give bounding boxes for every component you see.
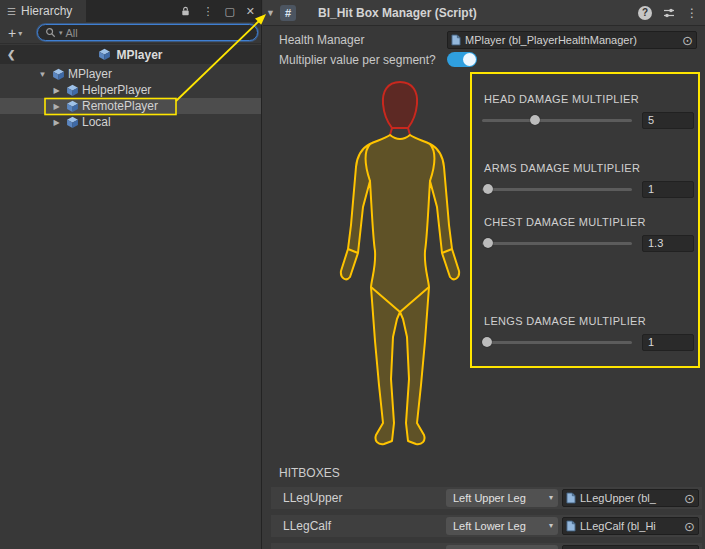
search-placeholder: All — [66, 27, 78, 39]
hierarchy-tabbar: ☰ Hierarchy ⋮ ▢ ✕ — [0, 0, 261, 22]
multiplier-toggle[interactable] — [447, 52, 477, 67]
arms-multiplier-value-field[interactable]: 1 — [642, 181, 694, 198]
bone-dropdown[interactable]: Left Lower Leg ▾ — [446, 517, 558, 535]
bone-dropdown[interactable]: ▾ — [446, 545, 558, 549]
close-icon[interactable]: ✕ — [246, 0, 255, 22]
component-title: Bl_Hit Box Manager (Script) — [318, 0, 477, 26]
component-header: ▼ # Bl_Hit Box Manager (Script) ? ⋮ — [263, 0, 705, 26]
tab-hierarchy-label: Hierarchy — [21, 4, 72, 18]
head-shape — [383, 82, 417, 128]
gameobject-cube-icon — [66, 84, 79, 97]
chest-multiplier-slider[interactable] — [482, 242, 632, 245]
chevron-down-icon: ▾ — [549, 545, 553, 549]
gameobject-cube-icon — [66, 116, 79, 129]
search-filter-caret-icon[interactable]: ▾ — [59, 29, 63, 37]
tree-item-label: Local — [82, 115, 111, 129]
script-icon: # — [280, 5, 296, 21]
foldout-closed-icon[interactable]: ▶ — [50, 86, 63, 95]
help-icon[interactable]: ? — [638, 6, 652, 20]
bone-dropdown-value: Left Upper Leg — [453, 492, 526, 504]
hierarchy-tree: ▼ MPlayer ▶ HelperPlayer ▶ RemotePlayer … — [0, 66, 261, 130]
hamburger-icon: ☰ — [7, 6, 16, 17]
tab-hierarchy[interactable]: ☰ Hierarchy — [0, 0, 86, 22]
multiplier-label: Multiplier value per segment? — [279, 51, 436, 69]
prefab-scene-header[interactable]: ❮ MPlayer — [0, 45, 261, 64]
tree-item-label: MPlayer — [68, 67, 112, 81]
foldout-open-icon[interactable]: ▼ — [36, 70, 49, 79]
slider-handle[interactable] — [482, 337, 492, 347]
head-multiplier-slider[interactable] — [482, 119, 632, 122]
hitbox-row-llegcalf: LLegCalf Left Lower Leg ▾ LLegCalf (bl_H… — [271, 515, 702, 537]
arms-multiplier-label: ARMS DAMAGE MULTIPLIER — [484, 162, 640, 174]
tree-item-label: HelperPlayer — [82, 83, 151, 97]
add-object-button[interactable]: + ▾ — [5, 25, 25, 41]
scene-header-label: MPlayer — [116, 48, 162, 62]
hitbox-object-field[interactable]: LLegCalf (bl_Hi ⊙ — [562, 517, 699, 535]
slider-handle[interactable] — [483, 184, 493, 194]
chevron-down-icon: ▾ — [18, 29, 22, 38]
back-arrow-icon[interactable]: ❮ — [7, 45, 15, 64]
health-manager-label: Health Manager — [279, 31, 364, 49]
object-picker-icon[interactable]: ⊙ — [684, 520, 695, 533]
component-foldout-icon[interactable]: ▼ — [266, 0, 275, 26]
hitbox-object-field[interactable]: LLegUpper (bl_ ⊙ — [562, 489, 699, 507]
tree-row-helperplayer[interactable]: ▶ HelperPlayer — [0, 82, 261, 98]
foldout-closed-icon[interactable]: ▶ — [50, 102, 63, 111]
hitbox-row-partial: ▾ — [271, 543, 702, 549]
hitbox-row-llegupper: LLegUpper Left Upper Leg ▾ LLegUpper (bl… — [271, 487, 702, 509]
inspector-panel: ▼ # Bl_Hit Box Manager (Script) ? ⋮ Heal… — [263, 0, 705, 549]
slider-handle[interactable] — [530, 115, 540, 125]
head-multiplier-value-field[interactable]: 5 — [642, 112, 694, 129]
hitbox-body-diagram — [330, 78, 470, 450]
toggle-knob — [463, 53, 476, 66]
slider-handle[interactable] — [483, 238, 493, 248]
chevron-down-icon: ▾ — [549, 517, 553, 535]
gameobject-cube-icon — [52, 68, 65, 81]
legs-multiplier-value-field[interactable]: 1 — [642, 334, 694, 351]
body-shape — [341, 135, 459, 444]
script-asset-icon — [566, 520, 576, 532]
panel-menu-icon[interactable]: ⋮ — [202, 0, 213, 22]
component-menu-icon[interactable]: ⋮ — [686, 6, 698, 20]
search-icon — [45, 27, 56, 38]
hitbox-object-field[interactable] — [562, 545, 699, 549]
object-picker-icon[interactable]: ⊙ — [684, 492, 695, 505]
chevron-down-icon: ▾ — [549, 489, 553, 507]
hierarchy-toolbar: + ▾ ▾ All — [0, 22, 261, 44]
lock-icon[interactable] — [180, 5, 191, 17]
object-picker-icon[interactable]: ⊙ — [682, 34, 693, 47]
hierarchy-panel: ☰ Hierarchy ⋮ ▢ ✕ + ▾ ▾ All ❮ MPlayer — [0, 0, 262, 549]
script-asset-icon — [451, 34, 461, 46]
health-manager-object-field[interactable]: MPlayer (bl_PlayerHealthManager) ⊙ — [447, 31, 697, 49]
tree-row-remoteplayer[interactable]: ▶ RemotePlayer — [0, 98, 261, 114]
foldout-closed-icon[interactable]: ▶ — [50, 118, 63, 127]
head-multiplier-label: HEAD DAMAGE MULTIPLIER — [484, 93, 639, 105]
hitbox-object-value: LLegCalf (bl_Hi — [580, 520, 680, 532]
tree-row-local[interactable]: ▶ Local — [0, 114, 261, 130]
hitbox-object-value: LLegUpper (bl_ — [580, 492, 680, 504]
maximize-icon[interactable]: ▢ — [224, 0, 234, 22]
bone-dropdown-value: Left Lower Leg — [453, 520, 526, 532]
hierarchy-search-input[interactable]: ▾ All — [37, 24, 258, 41]
health-manager-object-value: MPlayer (bl_PlayerHealthManager) — [465, 34, 678, 46]
legs-multiplier-slider[interactable] — [482, 341, 632, 344]
tree-item-label: RemotePlayer — [82, 99, 158, 113]
hitbox-name: LLegCalf — [283, 515, 331, 537]
chest-multiplier-label: CHEST DAMAGE MULTIPLIER — [484, 216, 646, 228]
presets-icon[interactable] — [662, 6, 676, 20]
prefab-cube-icon — [98, 48, 111, 61]
gameobject-cube-icon — [66, 100, 79, 113]
hitbox-name: LLegUpper — [283, 487, 342, 509]
chest-multiplier-value-field[interactable]: 1.3 — [642, 235, 694, 252]
arms-multiplier-slider[interactable] — [482, 188, 632, 191]
tree-row-mplayer[interactable]: ▼ MPlayer — [0, 66, 261, 82]
damage-multiplier-panel: HEAD DAMAGE MULTIPLIER 5 ARMS DAMAGE MUL… — [470, 72, 700, 368]
bone-dropdown[interactable]: Left Upper Leg ▾ — [446, 489, 558, 507]
hitboxes-section-label: HITBOXES — [279, 466, 340, 480]
plus-icon: + — [8, 26, 16, 40]
legs-multiplier-label: LENGS DAMAGE MULTIPLIER — [484, 315, 646, 327]
unity-editor: { "hierarchy": { "tab_label": "Hierarchy… — [0, 0, 705, 549]
script-asset-icon — [566, 492, 576, 504]
